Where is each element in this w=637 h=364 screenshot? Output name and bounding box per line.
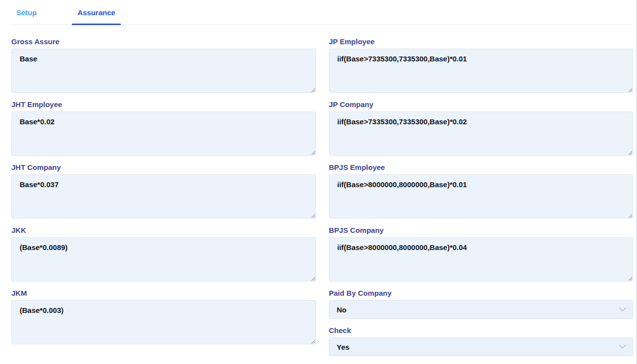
field-check: Check Yes [329,327,633,356]
field-jp-company: JP Company [329,101,633,156]
field-jp-employee: JP Employee [329,38,633,93]
field-paid-by-company: Paid By Company No [329,289,633,319]
jp-employee-textarea[interactable] [329,49,633,93]
check-label: Check [329,327,633,335]
jht-company-label: JHT Company [11,164,316,171]
bpjs-company-label: BPJS Company [329,226,633,234]
chevron-down-icon [619,344,626,349]
gross-assure-textarea[interactable] [11,49,316,93]
jp-employee-label: JP Employee [329,38,633,46]
jkm-textarea[interactable] [11,300,316,344]
jkk-label: JKK [11,226,316,234]
paid-by-company-label: Paid By Company [329,289,633,297]
check-select[interactable]: Yes [329,337,633,356]
jp-company-textarea[interactable] [329,112,633,156]
tab-assurance[interactable]: Assurance [72,0,121,25]
form-column-right: JP Employee JP Company BPJS Employee BPJ… [329,38,633,364]
tab-setup[interactable]: Setup [10,0,43,25]
jkk-textarea[interactable] [11,237,316,281]
field-bpjs-company: BPJS Company [329,226,633,281]
check-value: Yes [337,343,349,351]
paid-by-company-value: No [337,306,347,314]
field-jkm: JKM [11,289,316,344]
jp-company-label: JP Company [329,101,633,109]
jht-company-textarea[interactable] [11,174,316,219]
jht-employee-textarea[interactable] [11,112,316,156]
bpjs-company-textarea[interactable] [329,237,633,281]
field-jkk: JKK [11,226,316,281]
chevron-down-icon [619,307,626,312]
bpjs-employee-textarea[interactable] [329,174,633,219]
field-jht-company: JHT Company [11,164,316,219]
jkm-label: JKM [11,289,316,297]
assurance-settings-page: Setup Assurance Gross Assure JHT Employe… [0,0,637,364]
bpjs-employee-label: BPJS Employee [329,164,633,171]
field-bpjs-employee: BPJS Employee [329,164,633,219]
field-gross-assure: Gross Assure [11,38,316,93]
field-jht-employee: JHT Employee [11,101,316,156]
gross-assure-label: Gross Assure [11,38,316,46]
form-content: Gross Assure JHT Employee JHT Company JK… [0,25,636,364]
paid-by-company-select[interactable]: No [329,300,633,319]
form-column-left: Gross Assure JHT Employee JHT Company JK… [11,38,316,364]
tab-bar: Setup Assurance [0,0,636,25]
jht-employee-label: JHT Employee [11,101,316,109]
